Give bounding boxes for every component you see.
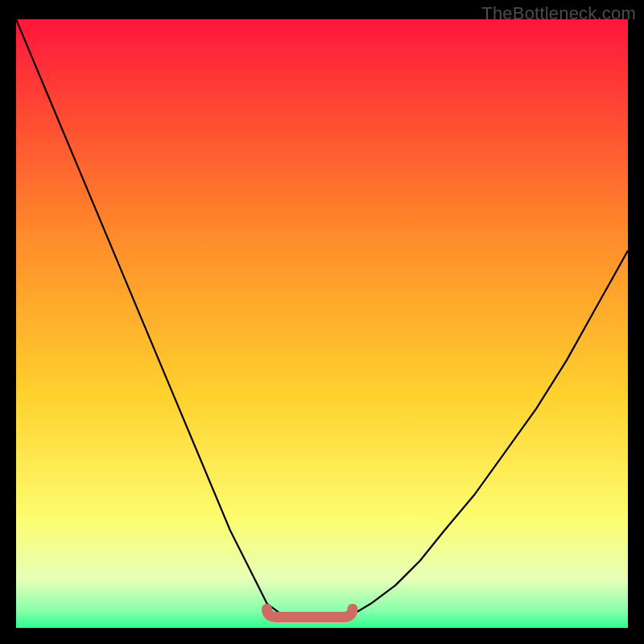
bottleneck-plot xyxy=(16,19,628,628)
gradient-background xyxy=(16,19,628,628)
plot-svg xyxy=(16,19,628,628)
chart-frame: TheBottleneck.com xyxy=(0,0,644,644)
watermark-text: TheBottleneck.com xyxy=(481,3,636,24)
